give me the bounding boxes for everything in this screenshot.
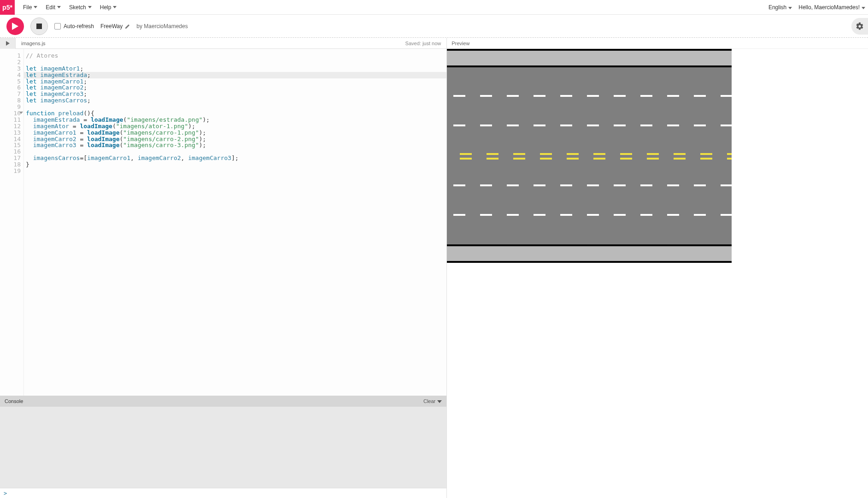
- language-label: English: [768, 4, 786, 11]
- svg-marker-0: [34, 6, 37, 8]
- language-selector[interactable]: English: [768, 4, 792, 11]
- checkbox-icon: [54, 23, 61, 30]
- expand-files-button[interactable]: [0, 38, 16, 49]
- line-gutter: 12345678910111213141516171819: [0, 49, 24, 396]
- main-menu: File Edit Sketch Help: [23, 4, 117, 11]
- svg-marker-1: [57, 6, 61, 8]
- sketch-name-text: FreeWay: [100, 23, 123, 30]
- preview-header: Preview: [447, 38, 868, 49]
- toolbar: Auto-refresh FreeWay by MaercioMamedes: [0, 15, 868, 38]
- console-label: Console: [5, 398, 23, 404]
- sketch-canvas[interactable]: [447, 49, 732, 263]
- svg-marker-5: [862, 7, 865, 9]
- chevron-down-icon: [437, 398, 442, 404]
- file-tab-bar: imagens.js Saved: just now: [0, 38, 446, 49]
- main-area: imagens.js Saved: just now 1234567891011…: [0, 38, 868, 498]
- console-clear-label: Clear: [423, 398, 435, 404]
- code-editor[interactable]: 12345678910111213141516171819 // Atores …: [0, 49, 446, 396]
- current-file-tab[interactable]: imagens.js: [16, 38, 51, 48]
- top-menu-bar: p5* File Edit Sketch Help English Hello,…: [0, 0, 868, 15]
- preview-label: Preview: [452, 41, 469, 46]
- svg-marker-4: [788, 7, 792, 9]
- console-input[interactable]: >: [0, 488, 446, 498]
- menu-file[interactable]: File: [23, 4, 37, 11]
- auto-refresh-label: Auto-refresh: [64, 23, 94, 30]
- menu-help[interactable]: Help: [100, 4, 117, 11]
- byline: by MaercioMamedes: [136, 23, 188, 30]
- topbar-right: English Hello, MaercioMamedes!: [768, 4, 868, 11]
- caret-down-icon: [34, 6, 37, 8]
- caret-down-icon: [113, 6, 117, 8]
- right-pane: Preview: [447, 38, 868, 498]
- caret-down-icon: [788, 4, 792, 11]
- preview-canvas-area: [447, 49, 868, 498]
- svg-marker-2: [88, 6, 92, 8]
- chevron-right-icon: [6, 41, 10, 46]
- p5-logo[interactable]: p5*: [0, 0, 15, 15]
- console-output[interactable]: [0, 407, 446, 488]
- menu-edit[interactable]: Edit: [46, 4, 61, 11]
- menu-sketch[interactable]: Sketch: [69, 4, 92, 11]
- author-link[interactable]: MaercioMamedes: [144, 23, 188, 30]
- caret-down-icon: [57, 6, 61, 8]
- console-header: Console Clear: [0, 396, 446, 407]
- lane-marking: [447, 95, 732, 97]
- caret-down-icon: [88, 6, 92, 8]
- auto-refresh-toggle[interactable]: Auto-refresh: [54, 23, 94, 30]
- road-shoulder-bottom: [447, 246, 732, 261]
- pencil-icon: [125, 24, 130, 29]
- user-greeting: Hello, MaercioMamedes!: [798, 4, 860, 11]
- menu-help-label: Help: [100, 4, 111, 11]
- stop-button[interactable]: [30, 18, 48, 35]
- svg-rect-7: [36, 24, 42, 29]
- console-clear-button[interactable]: Clear: [423, 398, 442, 404]
- caret-down-icon: [862, 4, 865, 11]
- console-prompt: >: [4, 490, 7, 497]
- gear-icon: [856, 22, 864, 30]
- svg-marker-9: [437, 400, 442, 403]
- lane-marking: [447, 125, 732, 126]
- user-menu[interactable]: Hello, MaercioMamedes!: [798, 4, 865, 11]
- svg-marker-6: [12, 23, 18, 30]
- play-icon: [12, 23, 18, 30]
- center-double-marking: [447, 153, 732, 160]
- lane-marking: [447, 184, 732, 186]
- sketch-name[interactable]: FreeWay: [100, 23, 130, 30]
- play-button[interactable]: [6, 18, 24, 35]
- road: [447, 67, 732, 244]
- left-pane: imagens.js Saved: just now 1234567891011…: [0, 38, 447, 498]
- settings-button[interactable]: [851, 18, 868, 35]
- svg-marker-8: [6, 41, 10, 46]
- menu-edit-label: Edit: [46, 4, 55, 11]
- menu-file-label: File: [23, 4, 32, 11]
- code-area[interactable]: // Atores let imagemAtor1;let imagemEstr…: [24, 49, 446, 396]
- by-label: by: [136, 23, 142, 30]
- save-status: Saved: just now: [400, 41, 447, 46]
- road-shoulder-top: [447, 51, 732, 65]
- lane-marking: [447, 214, 732, 216]
- menu-sketch-label: Sketch: [69, 4, 86, 11]
- svg-marker-3: [113, 6, 117, 8]
- stop-icon: [36, 24, 42, 29]
